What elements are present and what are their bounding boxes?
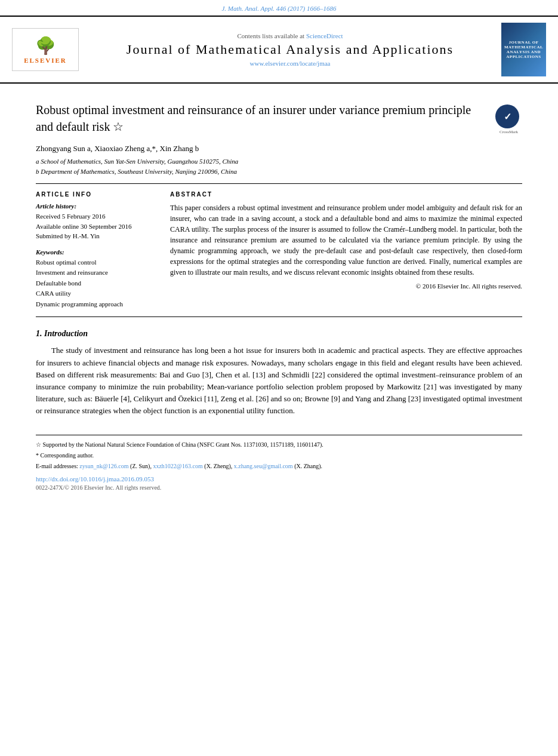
keyword-4: CARA utility: [36, 288, 155, 299]
science-direct-label: Contents lists available at: [237, 32, 304, 39]
keywords-section: Keywords: Robust optimal control Investm…: [36, 248, 155, 310]
page: J. Math. Anal. Appl. 446 (2017) 1666–168…: [0, 0, 558, 756]
authors-text: Zhongyang Sun a, Xiaoxiao Zheng a,*, Xin…: [36, 144, 199, 153]
divider-2: [36, 316, 522, 317]
article-title: Robust optimal investment and reinsuranc…: [36, 102, 486, 135]
abstract-label: ABSTRACT: [170, 191, 522, 198]
article-history: Article history: Received 5 February 201…: [36, 202, 155, 241]
keywords-title: Keywords:: [36, 248, 155, 256]
journal-header: 🌳 ELSEVIER Contents lists available at S…: [0, 16, 558, 84]
article-info-label: ARTICLE INFO: [36, 191, 155, 198]
elsevier-logo: 🌳 ELSEVIER: [12, 28, 79, 71]
journal-url-text: www.elsevier.com/locate/jmaa: [250, 60, 331, 67]
copyright-line: © 2016 Elsevier Inc. All rights reserved…: [170, 282, 522, 290]
email-label: E-mail addresses:: [36, 463, 79, 469]
email-xzhang[interactable]: x.zhang.seu@gmail.com: [234, 463, 293, 469]
intro-paragraph-1: The study of investment and reinsurance …: [36, 345, 522, 417]
journal-reference: J. Math. Anal. Appl. 446 (2017) 1666–168…: [0, 0, 558, 16]
keyword-2: Investment and reinsurance: [36, 268, 155, 278]
journal-url[interactable]: www.elsevier.com/locate/jmaa: [88, 60, 492, 67]
introduction-section: 1. Introduction The study of investment …: [36, 329, 522, 417]
received-date: Received 5 February 2016: [36, 211, 155, 222]
affiliations: a School of Mathematics, Sun Yat-Sen Uni…: [36, 156, 522, 176]
journal-title-area: Contents lists available at ScienceDirec…: [88, 32, 492, 67]
article-content: Robust optimal investment and reinsuranc…: [0, 84, 558, 503]
journal-ref-text: J. Math. Anal. Appl. 446 (2017) 1666–168…: [221, 5, 336, 12]
article-title-text: Robust optimal investment and reinsuranc…: [36, 102, 486, 135]
journal-cover: Journal ofMathematicalAnalysis andApplic…: [501, 23, 546, 76]
crossmark-circle: ✓: [495, 105, 519, 128]
article-title-section: Robust optimal investment and reinsuranc…: [36, 96, 522, 135]
crossmark-badge: ✓ CrossMark: [495, 105, 522, 134]
doi-link[interactable]: http://dx.doi.org/10.1016/j.jmaa.2016.09…: [36, 475, 522, 483]
crossmark-icon: ✓: [504, 111, 511, 122]
email-zsun[interactable]: zysun_nk@126.com: [79, 463, 128, 469]
divider-1: [36, 183, 522, 184]
footnote-star: ☆ Supported by the National Natural Scie…: [36, 440, 522, 449]
elsevier-tree-icon: 🌳: [35, 36, 56, 56]
email-zsun-name: (Z. Sun),: [130, 463, 153, 469]
elsevier-brand-text: ELSEVIER: [24, 57, 67, 64]
email-xzhang-name: (X. Zhang).: [294, 463, 322, 469]
science-direct-link[interactable]: ScienceDirect: [306, 32, 343, 39]
submitted-by: Submitted by H.-M. Yin: [36, 231, 155, 241]
footnote-corresponding: * Corresponding author.: [36, 451, 522, 460]
authors-section: Zhongyang Sun a, Xiaoxiao Zheng a,*, Xin…: [36, 144, 522, 176]
section-number: 1.: [36, 329, 42, 338]
section-title: 1. Introduction: [36, 329, 522, 339]
affiliation-a: a School of Mathematics, Sun Yat-Sen Uni…: [36, 156, 522, 167]
journal-title-main: Journal of Mathematical Analysis and App…: [88, 42, 492, 57]
article-info-column: ARTICLE INFO Article history: Received 5…: [36, 191, 155, 309]
issn-line: 0022-247X/© 2016 Elsevier Inc. All right…: [36, 484, 522, 491]
abstract-column: ABSTRACT This paper considers a robust o…: [170, 191, 522, 309]
affiliation-b: b Department of Mathematics, Southeast U…: [36, 167, 522, 177]
keyword-1: Robust optimal control: [36, 257, 155, 268]
section-heading: Introduction: [44, 329, 88, 338]
abstract-text: This paper considers a robust optimal in…: [170, 202, 522, 278]
article-footer: ☆ Supported by the National Natural Scie…: [36, 435, 522, 491]
available-date: Available online 30 September 2016: [36, 222, 155, 232]
email-xzheng-name: (X. Zheng),: [204, 463, 233, 469]
science-direct-line: Contents lists available at ScienceDirec…: [88, 32, 492, 39]
email-line: E-mail addresses: zysun_nk@126.com (Z. S…: [36, 462, 522, 471]
email-xzheng[interactable]: xxzh1022@163.com: [153, 463, 202, 469]
journal-cover-title: Journal ofMathematicalAnalysis andApplic…: [504, 40, 543, 59]
keyword-5: Dynamic programming approach: [36, 299, 155, 310]
history-title: Article history:: [36, 202, 155, 210]
elsevier-logo-image: 🌳 ELSEVIER: [16, 32, 75, 67]
info-columns: ARTICLE INFO Article history: Received 5…: [36, 191, 522, 309]
crossmark-label: CrossMark: [495, 130, 522, 134]
authors-line: Zhongyang Sun a, Xiaoxiao Zheng a,*, Xin…: [36, 144, 522, 153]
keyword-3: Defaultable bond: [36, 278, 155, 289]
